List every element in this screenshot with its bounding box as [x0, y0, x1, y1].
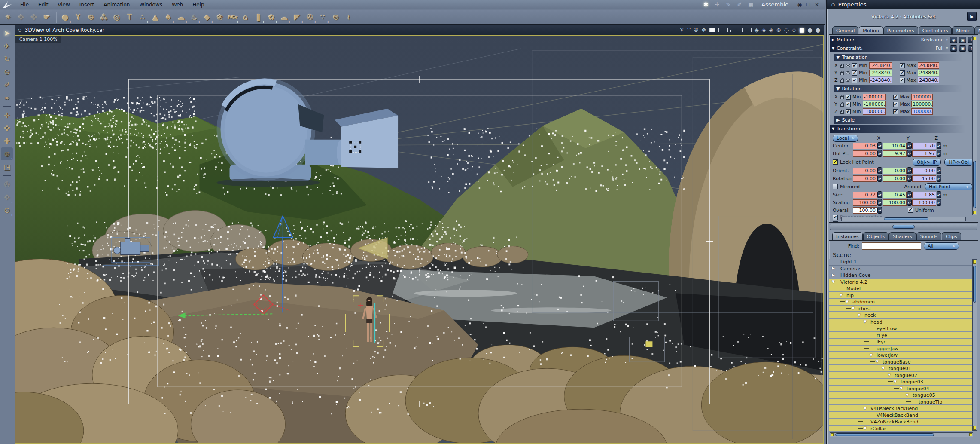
shield-smooth-icon[interactable]: ◈	[769, 27, 773, 33]
move-xy-tool[interactable]: ✛	[1, 109, 13, 122]
particle-emitter[interactable]: ∴▸	[136, 11, 149, 23]
layout-split-icon[interactable]	[727, 28, 733, 32]
collapse-arrow-icon[interactable]: ▼	[832, 127, 834, 131]
shield-lit-icon[interactable]: ◈	[762, 27, 766, 33]
lock-icon[interactable]	[840, 80, 844, 83]
tree-horizontal-scrollbar[interactable]	[830, 432, 973, 437]
move-hotpoint-tool[interactable]: ✚	[1, 135, 13, 147]
tweener-icon[interactable]: ◉	[950, 37, 957, 43]
eyedropper-tool[interactable]: ✐	[1, 78, 13, 91]
min-checkbox[interactable]: ✔	[846, 109, 851, 114]
gouraud-sphere-icon[interactable]: ●	[807, 27, 812, 33]
motion-section-bar[interactable]: ▶ Motion: Keyframe « ◉ ▣ ⇑	[830, 36, 977, 44]
value-field[interactable]: 0.00	[883, 175, 907, 182]
max-field[interactable]: 100000.00	[911, 101, 933, 107]
tree-item-lowerjaw[interactable]: ▼lowerJaw	[829, 352, 972, 359]
stepper[interactable]: ▲▼	[937, 167, 941, 174]
tree-item-rcollar[interactable]: ▼rCollar	[829, 426, 972, 432]
value-field[interactable]: 0.03	[853, 143, 877, 149]
tree-item-hip[interactable]: ▼hip	[829, 292, 972, 299]
value-field[interactable]: 9.97	[883, 150, 907, 157]
stepper[interactable]: ▲▼	[877, 199, 882, 206]
target-object[interactable]: ⊚	[329, 11, 342, 23]
max-checkbox[interactable]: ✔	[893, 95, 898, 100]
value-field[interactable]: 100.00	[912, 199, 936, 206]
transform-section-bar[interactable]: ▼ Transform	[830, 125, 977, 133]
attributes-vertical-scrollbar[interactable]	[972, 36, 977, 215]
max-field[interactable]: 243840.00	[918, 62, 939, 69]
layout-rows-icon[interactable]	[718, 28, 724, 32]
tree-item-victoria-4-2[interactable]: ▼Victoria 4.2	[829, 279, 972, 286]
close-icon[interactable]: ✕	[813, 2, 820, 8]
scale-tool[interactable]: ⊖	[1, 65, 13, 78]
solid-cube-icon[interactable]: ■	[799, 27, 804, 33]
lock-icon[interactable]	[840, 96, 844, 99]
text-object[interactable]: T	[123, 11, 136, 23]
max-field[interactable]: 243840.00	[918, 77, 939, 83]
capsule-object[interactable]: ❚▸	[252, 11, 265, 23]
tab-motion[interactable]: Motion	[859, 26, 883, 34]
tree-item-leye[interactable]: lEye	[829, 339, 972, 346]
collapse-arrow-icon[interactable]: ▼	[836, 86, 840, 92]
tab-shaders[interactable]: Shaders	[889, 232, 916, 240]
max-checkbox[interactable]: ✔	[900, 78, 905, 83]
sphere-primitive[interactable]: ●▸	[59, 11, 72, 23]
translation-section-bar[interactable]: ▼ Translation	[834, 54, 962, 61]
tab-nla[interactable]: NLA	[974, 26, 980, 34]
spotlight-object[interactable]: ◤▸	[291, 11, 304, 23]
camera-display-icon[interactable]: ✇	[694, 27, 698, 33]
tree-item-tonguebase[interactable]: ▼tongueBase	[829, 359, 972, 366]
menu-help[interactable]: Help	[188, 1, 209, 9]
stepper[interactable]: ▲▼	[907, 167, 912, 174]
min-field[interactable]: -243840.0	[869, 77, 892, 83]
tab-sounds[interactable]: Sounds	[916, 232, 941, 240]
inherit-scaling-checkbox[interactable]: ✔	[833, 221, 838, 223]
hide-panel-icon[interactable]: ◉	[796, 2, 803, 8]
find-input[interactable]	[862, 242, 921, 250]
tree-object[interactable]: ♠▸	[162, 11, 175, 23]
stepper[interactable]: ▲▼	[877, 142, 882, 149]
lock-icon[interactable]	[840, 72, 844, 75]
value-field[interactable]: 0.00	[883, 168, 907, 174]
rock-object[interactable]: ◆▸	[201, 11, 213, 23]
lock-icon[interactable]	[840, 111, 844, 114]
tree-item-v4bsneckbackbend[interactable]: ▼V4BsNeckBackBend	[829, 405, 972, 412]
building-object[interactable]: ⌂	[239, 11, 252, 23]
particle-display-icon[interactable]: ✳	[679, 27, 684, 33]
push-tool[interactable]: ☛	[40, 11, 53, 23]
dotted-sphere-icon[interactable]: ◌	[784, 27, 789, 33]
value-field[interactable]: 0.00	[853, 150, 877, 157]
metaball-object[interactable]: ⊕	[85, 11, 97, 23]
textured-sphere-icon[interactable]: ●	[816, 27, 820, 33]
tree-item-light-1[interactable]: Light 1	[829, 259, 972, 266]
collapse-arrow-icon[interactable]: ▶	[832, 38, 834, 42]
render-room-icon[interactable]: ▦	[746, 1, 755, 8]
agr-object[interactable]: AGr▸	[226, 11, 239, 23]
tab-parameters[interactable]: Parameters	[883, 26, 918, 34]
stepper[interactable]: ▲▼	[907, 199, 912, 206]
tree-item-tongue03[interactable]: ▼tongue03	[829, 379, 972, 386]
link-tool[interactable]: ∞	[1, 91, 13, 104]
properties-header[interactable]: ○ Properties	[827, 0, 980, 9]
stepper[interactable]: ▲▼	[907, 191, 912, 198]
stepper[interactable]: ▲▼	[937, 142, 941, 149]
attributes-horizontal-scrollbar[interactable]	[841, 217, 966, 221]
stepper[interactable]: ▲▼	[877, 167, 882, 174]
max-field[interactable]: 100000.00	[911, 94, 933, 100]
filter-dropdown[interactable]: All«	[924, 242, 959, 250]
min-checkbox[interactable]: ✔	[846, 102, 851, 107]
max-field[interactable]: 243840.00	[918, 70, 939, 76]
tree-arrow-icon[interactable]: ▼	[864, 426, 867, 430]
uniform-checkbox[interactable]: ✔	[908, 208, 913, 213]
min-field[interactable]: -100000.0	[863, 94, 886, 100]
group-object[interactable]: ∵▸	[317, 11, 329, 23]
move-3d-tool[interactable]: ✈	[1, 40, 13, 52]
menu-insert[interactable]: Insert	[75, 1, 99, 9]
hp-to-obj-button[interactable]: HP->Obj	[944, 159, 973, 166]
pan-view-tool[interactable]: ✥▸	[1, 191, 13, 204]
value-field[interactable]: 1.70	[912, 143, 936, 149]
eye-icon[interactable]	[846, 64, 850, 67]
stepper[interactable]: ▲▼	[937, 199, 941, 206]
tree-item-v4neckbackbend[interactable]: V4NeckBackBend	[829, 412, 972, 419]
tab-mimic[interactable]: Mimic	[952, 26, 974, 34]
